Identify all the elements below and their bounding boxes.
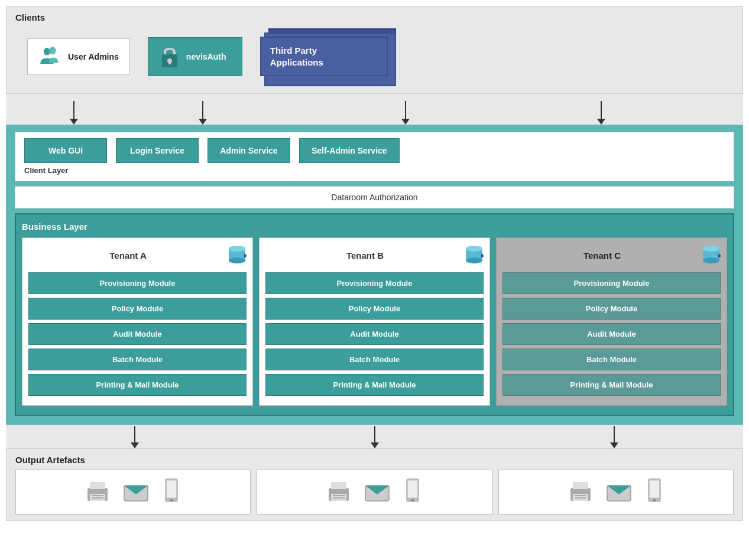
- output-row: [15, 470, 734, 515]
- email-icon-c: [604, 477, 634, 507]
- svg-rect-25: [92, 497, 103, 499]
- business-layer-label: Business Layer: [22, 222, 727, 232]
- tenant-c-title: Tenant C: [502, 250, 702, 261]
- svg-rect-41: [408, 480, 417, 497]
- email-icon-a: [121, 477, 151, 507]
- tenant-b-module-4: Printing & Mail Module: [265, 374, 484, 396]
- arrow-tp1-line: [405, 101, 406, 119]
- arrow-output-a-line: [134, 426, 135, 442]
- svg-point-8: [229, 258, 245, 263]
- user-admins-label: User Admins: [68, 52, 119, 61]
- svg-point-18: [703, 258, 719, 263]
- login-service-box: Login Service: [116, 138, 199, 163]
- svg-rect-28: [124, 486, 148, 486]
- arrow-output-c-line: [614, 426, 615, 442]
- arrow-login-head: [199, 119, 207, 125]
- client-layer-label: Client Layer: [24, 166, 725, 175]
- arrow-login-line: [202, 101, 203, 119]
- svg-point-53: [653, 499, 656, 502]
- arrow-login: [199, 101, 207, 125]
- svg-point-0: [44, 47, 50, 55]
- tenant-c-db-icon: [702, 244, 721, 266]
- tenant-b-header: Tenant B: [265, 244, 484, 266]
- arrow-output-b-head: [371, 442, 379, 448]
- nevisauth-label: nevisAuth: [186, 52, 226, 61]
- arrow-webgui-head: [70, 119, 78, 125]
- clients-section: Clients User Admins: [6, 6, 743, 94]
- arrow-webgui-container: [15, 101, 133, 125]
- tenant-b-module-0: Provisioning Module: [265, 272, 484, 294]
- output-box-b: [257, 470, 492, 515]
- svg-point-14: [466, 246, 482, 252]
- tenant-a-db-icon: [228, 244, 247, 266]
- svg-point-9: [229, 246, 245, 252]
- main-container: Clients User Admins: [0, 0, 749, 560]
- tenant-c-header: Tenant C: [502, 244, 721, 266]
- tenant-a-title: Tenant A: [28, 250, 228, 261]
- tenant-c-module-4: Printing & Mail Module: [502, 374, 721, 396]
- full-layout: Clients User Admins: [6, 6, 743, 521]
- web-gui-box: Web GUI: [24, 138, 107, 163]
- output-box-a: [15, 470, 251, 515]
- top-connector: [6, 94, 743, 125]
- clients-label: Clients: [15, 12, 734, 22]
- tenant-a-module-2: Audit Module: [28, 323, 247, 345]
- tenant-c-module-3: Batch Module: [502, 349, 721, 370]
- phone-icon-b: [401, 477, 424, 507]
- output-label: Output Artefacts: [15, 455, 734, 465]
- arrow-output-b-container: [255, 425, 495, 448]
- printer-icon-c: [566, 477, 595, 507]
- phone-icon-a: [160, 477, 183, 507]
- tenant-a-module-3: Batch Module: [28, 349, 247, 370]
- svg-rect-52: [650, 480, 659, 497]
- nevisauth-box: nevisAuth: [148, 37, 242, 76]
- tenant-b-title: Tenant B: [265, 250, 465, 261]
- tenant-a-module-1: Policy Module: [28, 298, 247, 320]
- tenant-b-module-3: Batch Module: [265, 349, 484, 370]
- tenant-c-module-0: Provisioning Module: [502, 272, 721, 294]
- phone-icon-c: [643, 477, 666, 507]
- tenant-b-module-1: Policy Module: [265, 298, 484, 320]
- arrow-webgui: [70, 101, 78, 125]
- arrow-thirdparty-container: [272, 101, 734, 125]
- third-party-box: Third PartyApplications: [260, 37, 388, 76]
- svg-point-42: [411, 499, 414, 502]
- tenant-b-module-2: Audit Module: [265, 323, 484, 345]
- svg-rect-23: [90, 482, 105, 489]
- arrow-output-a: [131, 426, 139, 448]
- arrow-output-c-head: [610, 442, 618, 448]
- user-admins-icon: [38, 45, 62, 69]
- tenant-c-box: Tenant C Provisioning Module Policy Modu…: [496, 237, 727, 406]
- svg-rect-35: [333, 495, 345, 496]
- arrow-tp1: [401, 101, 410, 125]
- tenant-a-module-0: Provisioning Module: [28, 272, 247, 294]
- arrow-output-c: [610, 426, 618, 448]
- svg-rect-47: [575, 497, 586, 499]
- arrow-output-b-line: [374, 426, 375, 442]
- admin-service-box: Admin Service: [207, 138, 290, 163]
- svg-rect-46: [575, 495, 586, 496]
- user-admins-box: User Admins: [27, 38, 130, 75]
- tenant-a-header: Tenant A: [28, 244, 247, 266]
- svg-rect-30: [167, 480, 176, 497]
- tenant-a-box: Tenant A Provisioning Module: [22, 237, 253, 406]
- email-icon-b: [362, 477, 392, 507]
- third-party-label: Third PartyApplications: [270, 45, 323, 68]
- svg-point-13: [466, 258, 482, 263]
- tenants-row: Tenant A Provisioning Module: [22, 237, 727, 406]
- nevisauth-icon: [159, 44, 180, 70]
- svg-rect-34: [331, 482, 346, 489]
- bottom-connector: [6, 425, 743, 448]
- tenant-c-module-2: Audit Module: [502, 323, 721, 345]
- svg-rect-24: [92, 495, 103, 496]
- svg-point-1: [49, 47, 56, 54]
- svg-rect-39: [365, 486, 389, 486]
- clients-row: User Admins nevisAuth: [15, 28, 734, 84]
- svg-rect-45: [573, 482, 588, 489]
- third-party-wrapper: Third PartyApplications: [260, 28, 396, 84]
- arrow-output-a-head: [131, 442, 139, 448]
- svg-point-31: [170, 499, 173, 502]
- self-admin-service-box: Self-Admin Service: [299, 138, 400, 163]
- client-layer-inner: Web GUI Login Service Admin Service Self…: [15, 132, 734, 181]
- output-section: Output Artefacts: [6, 448, 743, 521]
